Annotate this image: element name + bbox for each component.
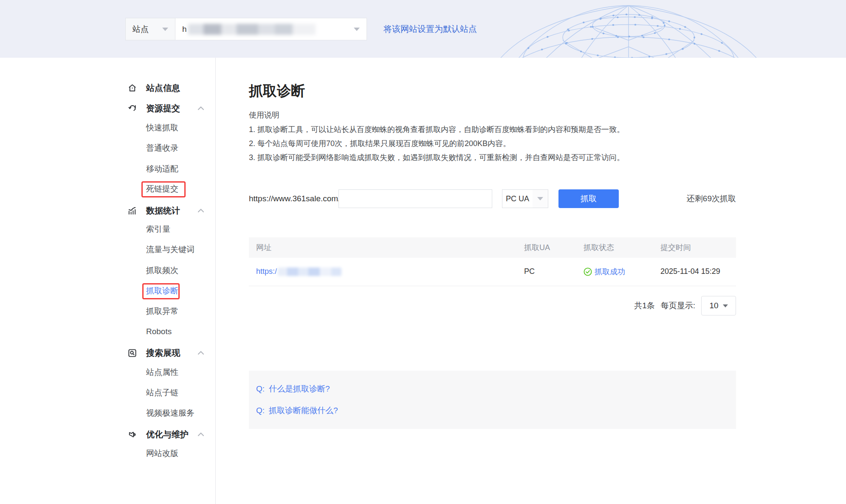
- table-row: https:/ PC 抓取成功 2025-11-04 15:29: [249, 258, 736, 286]
- sidebar-nav: 站点信息 资源提交 快速抓取 普通收录 移动适配 死链提交 数据: [0, 58, 216, 504]
- per-page-value: 10: [709, 301, 718, 310]
- pagination-bar: 共1条 每页显示: 10: [634, 296, 736, 315]
- fetch-form: https://www.361sale.com/ PC UA 抓取 还剩69次抓…: [249, 189, 736, 208]
- column-header-status: 抓取状态: [576, 237, 653, 258]
- chart-icon: [127, 206, 137, 216]
- success-check-icon: [584, 267, 592, 276]
- pagination-total-text: 共1条: [634, 300, 655, 311]
- column-header-url: 网址: [249, 237, 517, 258]
- faq-link-what-can-do[interactable]: Q: 抓取诊断能做什么?: [256, 405, 338, 416]
- top-header: 站点 h 将该网站设置为默认站点: [0, 0, 846, 58]
- ua-select[interactable]: PC UA: [502, 189, 533, 208]
- page-title: 抓取诊断: [249, 82, 305, 101]
- result-submit-time: 2025-11-04 15:29: [653, 258, 736, 286]
- sidebar-item-traffic-keywords[interactable]: 流量与关键词: [0, 239, 216, 260]
- faq-question-text: 抓取诊断能做什么?: [269, 405, 338, 416]
- faq-question-text: 什么是抓取诊断?: [269, 384, 330, 394]
- ua-select-arrow-button[interactable]: [533, 189, 548, 208]
- result-url-link[interactable]: https:/: [256, 267, 341, 276]
- faq-panel: Q: 什么是抓取诊断? Q: 抓取诊断能做什么?: [249, 371, 736, 429]
- table-header-row: 网址 抓取UA 抓取状态 提交时间: [249, 237, 736, 258]
- sidebar-item-robots[interactable]: Robots: [0, 321, 216, 342]
- chevron-up-icon[interactable]: [196, 348, 206, 358]
- site-selector-group: 站点 h: [125, 18, 367, 40]
- set-default-site-link[interactable]: 将该网站设置为默认站点: [384, 18, 477, 40]
- globe-wireframe-decoration: [488, 0, 846, 58]
- result-url-redacted: [278, 267, 341, 276]
- result-status-text: 抓取成功: [595, 267, 625, 277]
- usage-instruction-2: 2. 每个站点每周可使用70次，抓取结果只展现百度蜘蛛可见的前200KB内容。: [249, 138, 510, 149]
- column-header-ua: 抓取UA: [517, 237, 576, 258]
- sidebar-item-site-property[interactable]: 站点属性: [0, 362, 216, 383]
- result-ua-value: PC: [517, 258, 576, 286]
- fetch-button[interactable]: 抓取: [558, 189, 619, 208]
- site-url-prefix: h: [182, 25, 187, 34]
- chevron-up-icon[interactable]: [196, 430, 206, 439]
- sidebar-item-video-fast-service[interactable]: 视频极速服务: [0, 403, 216, 423]
- sidebar-item-crawl-frequency[interactable]: 抓取频次: [0, 260, 216, 281]
- chevron-down-icon: [537, 197, 543, 200]
- sidebar-item-normal-include[interactable]: 普通收录: [0, 138, 216, 158]
- page: 站点 h 将该网站设置为默认站点 站点信息 资源提交: [0, 0, 846, 504]
- chevron-down-icon: [354, 28, 360, 31]
- maintenance-icon: [127, 429, 137, 439]
- ua-select-value: PC UA: [506, 194, 529, 203]
- site-url-redacted: [188, 24, 316, 35]
- remaining-quota-text: 还剩69次抓取: [687, 189, 736, 208]
- submit-icon: [127, 103, 137, 113]
- site-url-prefix-label: https://www.361sale.com/: [249, 189, 340, 208]
- result-status-link[interactable]: 抓取成功: [584, 267, 653, 277]
- sidebar-item-mobile-adapt[interactable]: 移动适配: [0, 159, 216, 179]
- crawl-results-table: 网址 抓取UA 抓取状态 提交时间 https:/ PC: [249, 237, 736, 286]
- sidebar-item-quick-crawl[interactable]: 快速抓取: [0, 118, 216, 138]
- site-type-dropdown[interactable]: 站点: [125, 18, 175, 40]
- sidebar-item-index-volume[interactable]: 索引量: [0, 219, 216, 239]
- column-header-time: 提交时间: [653, 237, 736, 258]
- chevron-down-icon: [162, 28, 168, 31]
- home-icon: [127, 83, 137, 93]
- faq-q-prefix: Q:: [256, 384, 265, 394]
- faq-link-what-is[interactable]: Q: 什么是抓取诊断?: [256, 384, 330, 394]
- per-page-label: 每页显示:: [661, 300, 695, 311]
- sidebar-item-site-revamp[interactable]: 网站改版: [0, 443, 216, 464]
- annotation-box-dead-link-submit: [141, 181, 186, 197]
- usage-instruction-3: 3. 抓取诊断可能受到网络影响造成抓取失败，如遇到抓取失败情况，可重新检测，并自…: [249, 152, 624, 163]
- fetch-path-input[interactable]: [338, 189, 492, 208]
- search-display-icon: [127, 348, 137, 358]
- sidebar-item-site-sublinks[interactable]: 站点子链: [0, 383, 216, 403]
- chevron-up-icon[interactable]: [196, 104, 206, 113]
- sidebar-section-resource-submit[interactable]: 资源提交: [0, 98, 216, 118]
- sidebar-section-optimize-maintain[interactable]: 优化与维护: [0, 424, 216, 445]
- sidebar-item-crawl-diagnosis[interactable]: 抓取诊断: [0, 281, 216, 301]
- annotation-box-crawl-diagnosis: [142, 283, 180, 299]
- per-page-select[interactable]: 10: [701, 296, 736, 315]
- usage-instructions-title: 使用说明: [249, 110, 279, 120]
- faq-q-prefix: Q:: [256, 405, 265, 416]
- chevron-down-icon: [723, 304, 728, 307]
- sidebar-section-data-stats[interactable]: 数据统计: [0, 200, 216, 221]
- chevron-up-icon[interactable]: [196, 206, 206, 215]
- usage-instruction-1: 1. 抓取诊断工具，可以让站长从百度蜘蛛的视角查看抓取内容，自助诊断百度蜘蛛看到…: [249, 124, 624, 135]
- site-type-label: 站点: [133, 24, 149, 35]
- main-content: 抓取诊断 使用说明 1. 抓取诊断工具，可以让站长从百度蜘蛛的视角查看抓取内容，…: [249, 58, 736, 504]
- site-url-dropdown[interactable]: h: [175, 18, 367, 40]
- sidebar-item-site-info[interactable]: 站点信息: [0, 78, 216, 98]
- sidebar-item-crawl-anomaly[interactable]: 抓取异常: [0, 301, 216, 321]
- sidebar-section-search-display[interactable]: 搜索展现: [0, 343, 216, 363]
